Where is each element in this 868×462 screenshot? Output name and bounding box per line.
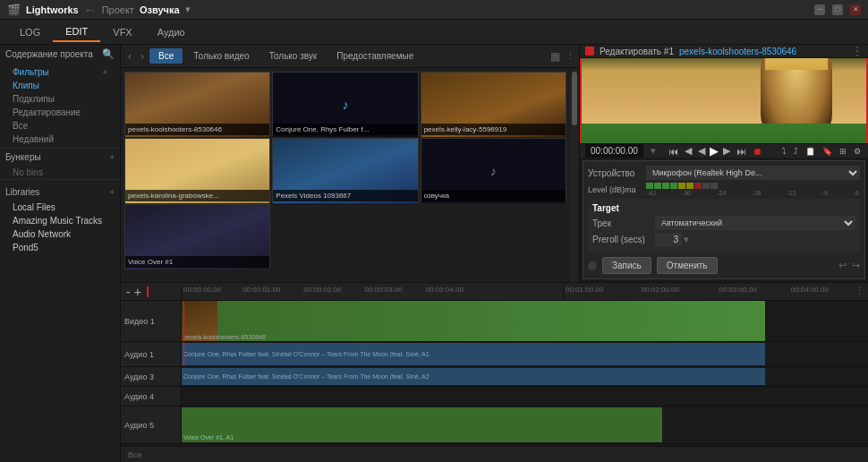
audio-track-2: Аудио 3 Conjure One, Rhys Fulber feat. S… [121,367,868,387]
icon-grid[interactable]: ⊞ [838,147,848,156]
ruler-mark-4: 00:00:04.00 [426,286,464,294]
library-item-pond5[interactable]: Pond5 [0,241,120,254]
media-item-7-label: Voice Over #1 [125,256,269,268]
tab-video-only[interactable]: Только видео [184,48,258,64]
maximize-button[interactable]: □ [832,4,843,15]
level-label: Level (dB)ma [588,185,646,194]
preview-edit-label: Редактировать #1 [600,47,674,56]
editing-item[interactable]: Редактирование [0,106,120,119]
tab-provided[interactable]: Предоставляемые [328,48,422,64]
ruler-right-3: 00:03:00.00 [719,286,756,294]
close-button[interactable]: ✕ [850,4,861,15]
main-content: Содержание проекта 🔍 Фильтры + Клипы Под… [0,45,868,462]
timecode-dropdown-icon[interactable]: ▾ [651,145,656,157]
tracks-area: Видео 1 pexels-koolshooters-8530646 [121,301,868,446]
all-item[interactable]: Все [0,119,120,133]
nav-prev-icon[interactable]: ‹ [124,50,135,63]
back-button[interactable]: ← [84,3,97,17]
preview-clip-name[interactable]: pexels-koolshooters-8530646 [679,47,796,56]
nav-next-icon[interactable]: › [137,50,148,63]
titlebar: 🎬 Lightworks ← Проект Озвучка ▾ ─ □ ✕ [0,0,868,20]
transport-back[interactable]: ◀ [696,145,707,157]
preroll-dropdown[interactable]: ▾ [684,234,689,245]
tab-audio-only[interactable]: Только звук [260,48,327,64]
preview-header: Редактировать #1 pexels-koolshooters-853… [580,45,868,58]
icon-settings[interactable]: ⚙ [852,147,863,156]
video-preview[interactable] [580,58,868,143]
media-scrollbar[interactable] [570,68,579,282]
audio-track-1-content[interactable]: Conjure One, Rhys Fulber feat. Sinéad O'… [182,342,868,366]
media-item-4[interactable]: pexels-karolina-grabowske... [124,138,270,202]
project-dropdown-icon[interactable]: ▾ [185,4,191,15]
library-item-local[interactable]: Local Files [0,201,120,214]
media-item-4-label: pexels-karolina-grabowske... [125,190,269,201]
media-item-5[interactable]: Pexels Videos 1093667 [272,138,418,202]
audio-clip-1: Conjure One, Rhys Fulber feat. Sinéad O'… [182,343,765,365]
menu-tab-audio[interactable]: Аудио [145,23,198,41]
preview-timecode-value[interactable]: 00:00:00.00 [585,144,643,158]
filters-item[interactable]: Фильтры + [0,65,120,79]
search-icon[interactable]: 🔍 [102,48,115,60]
tab-all[interactable]: Все [149,48,183,64]
audio-track-4-content[interactable]: Voice Over #1, A1 [182,406,868,443]
transport-record[interactable]: ⏺ [751,146,764,157]
media-item-6[interactable]: ♪ озвучка [421,138,566,202]
preroll-input[interactable] [655,233,682,246]
add-library-icon[interactable]: + [109,187,115,197]
transport-fwd[interactable]: ▶ [721,145,732,157]
add-bin-icon[interactable]: + [109,152,115,162]
transport-prev[interactable]: ◀ [683,145,694,157]
icon-out[interactable]: ⤴ [792,147,800,156]
subclips-item[interactable]: Подклипы [0,92,120,106]
media-grid: pexels-koolshooters-8530646 ♪ Conjure On… [121,68,579,282]
grid-view-icon[interactable]: ▦ [550,50,560,63]
options-icon[interactable]: ⋮ [566,50,575,62]
media-item-3[interactable]: pexels-kelly-lacy-5596919 [421,72,566,136]
content-section-header[interactable]: Содержание проекта 🔍 [0,45,120,64]
recent-item[interactable]: Недавний [0,133,120,146]
video-track-1-content[interactable]: pexels-koolshooters-8530646 [182,301,868,341]
menu-tab-vfx[interactable]: VFX [100,23,144,41]
preview-red-indicator [585,47,594,56]
minimize-button[interactable]: ─ [814,4,825,15]
icon-in[interactable]: ⤵ [780,147,788,156]
libraries-header[interactable]: Libraries + [0,184,120,201]
device-select[interactable]: Микрофон (Realtek High De... [646,166,860,180]
project-name[interactable]: Озвучка [140,4,180,15]
zoom-out-icon[interactable]: - [126,285,131,299]
audio-track-2-content[interactable]: Conjure One, Rhys Fulber feat. Sinéad O'… [182,367,868,386]
media-item-7[interactable]: Voice Over #1 [124,204,270,269]
icon-clip[interactable]: 📋 [804,147,817,156]
transport-skip-back[interactable]: ⏮ [667,146,680,157]
audio-track-1: Аудио 1 Conjure One, Rhys Fulber feat. S… [121,342,868,367]
footer-all-label[interactable]: Все [124,450,146,459]
icon-mark[interactable]: 🔖 [821,147,834,156]
transport-play[interactable]: ▶ [710,144,719,158]
audio3-label: Аудио 3 [124,372,154,381]
ruler-mark-0: 00:00:00.00 [183,286,221,294]
track-select[interactable]: Автоматический [655,216,855,230]
device-label: Устройство [588,168,646,178]
level-meter: -42-30-24-18-12-9-6 [646,183,860,196]
zoom-in-icon[interactable]: + [134,285,141,299]
app-title: Lightworks [26,4,79,15]
audio-track-3-content[interactable] [182,387,868,406]
right-controls-undo[interactable]: ↩ [838,260,847,271]
menu-tab-log[interactable]: LOG [7,23,53,41]
media-item-2[interactable]: ♪ Conjure One, Rhys Fulber f... [272,72,418,136]
timeline-options-icon[interactable]: ⋮ [851,286,868,297]
media-item-1[interactable]: pexels-koolshooters-8530646 [124,72,270,136]
library-item-music[interactable]: Amazing Music Tracks [0,214,120,227]
library-item-audio-network[interactable]: Audio Network [0,227,120,241]
right-controls-redo[interactable]: ↪ [852,260,860,271]
transport-skip-fwd[interactable]: ⏭ [735,146,748,157]
menu-tab-edit[interactable]: EDIT [53,22,100,42]
target-section: Target Трек Автоматический [588,199,860,252]
cancel-button[interactable]: Отменить [657,257,718,274]
clips-item[interactable]: Клипы [0,79,120,92]
preview-options-icon[interactable]: ⋮ [852,45,863,57]
record-button[interactable]: Запись [602,257,651,274]
record-buttons: Запись Отменить ↩ ↪ [588,257,860,274]
bins-section-header[interactable]: Бункеры + [0,149,120,166]
video-clip-thumb: pexels-koolshooters-8530646 [182,301,765,341]
